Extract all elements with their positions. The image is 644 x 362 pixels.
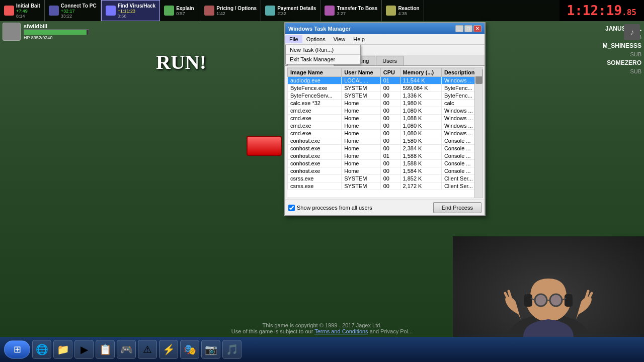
taskbar-files-button[interactable]: 📋 bbox=[96, 340, 115, 359]
table-row[interactable]: csrss.exe SYSTEM 00 1,852 K Client Ser..… bbox=[288, 175, 482, 183]
cell-memory: 2,384 K bbox=[400, 145, 441, 152]
minimize-button[interactable]: _ bbox=[455, 25, 463, 32]
process-table: Image Name User Name CPU Memory (...) De… bbox=[287, 68, 482, 190]
camera-icon: 📷 bbox=[205, 343, 217, 355]
windows-logo-icon: ⊞ bbox=[14, 344, 21, 355]
cell-cpu: 00 bbox=[380, 100, 400, 107]
cell-user-name: SYSTEM bbox=[342, 183, 381, 190]
process-table-scrollbar[interactable] bbox=[474, 68, 482, 198]
tab-icon-reaction bbox=[386, 6, 396, 16]
task-manager-window: Windows Task Manager _ □ ✕ File Options … bbox=[284, 22, 486, 216]
col-cpu[interactable]: CPU bbox=[380, 68, 400, 77]
taskbar-ie-button[interactable]: 🌐 bbox=[32, 340, 51, 359]
tab-users[interactable]: Users bbox=[376, 56, 404, 65]
files-icon: 📋 bbox=[99, 343, 112, 355]
table-row[interactable]: conhost.exe Home 01 1,588 K Console ... bbox=[288, 152, 482, 160]
stream-tab-pricing[interactable]: Pricing / Options 1:42 bbox=[200, 0, 261, 21]
table-row[interactable]: conhost.exe Home 00 1,588 K Console ... bbox=[288, 160, 482, 167]
tab-icon-payment bbox=[265, 6, 275, 16]
table-row[interactable]: ByteFence.exe SYSTEM 00 599,084 K ByteFe… bbox=[288, 84, 482, 92]
cell-image-name: cmd.exe bbox=[288, 122, 342, 130]
table-row[interactable]: audiodg.exe LOCAL ... 01 11,544 K Window… bbox=[288, 77, 482, 84]
taskbar-music-button[interactable]: 🎵 bbox=[222, 340, 242, 359]
menu-view[interactable]: View bbox=[330, 35, 350, 43]
cell-cpu: 00 bbox=[380, 160, 400, 167]
col-memory[interactable]: Memory (...) bbox=[400, 68, 441, 77]
table-row[interactable]: csrss.exe SYSTEM 00 2,172 K Client Ser..… bbox=[288, 183, 482, 190]
menu-help[interactable]: Help bbox=[349, 35, 369, 43]
taskbar-power-button[interactable]: ⚡ bbox=[159, 340, 178, 359]
table-row[interactable]: cmd.exe Home 00 1,080 K Windows ... bbox=[288, 130, 482, 137]
table-row[interactable]: calc.exe *32 Home 00 1,980 K calc bbox=[288, 100, 482, 107]
stream-tab-transfer[interactable]: Transfer To Boss 3:27 bbox=[320, 0, 382, 21]
cell-image-name: conhost.exe bbox=[288, 152, 342, 160]
cell-user-name: Home bbox=[342, 160, 381, 167]
taskbar-explorer-button[interactable]: 📁 bbox=[53, 340, 72, 359]
cell-user-name: Home bbox=[342, 130, 381, 137]
show-all-processes-checkbox[interactable] bbox=[288, 205, 295, 211]
cell-cpu: 00 bbox=[380, 107, 400, 115]
hp-bar-fill bbox=[24, 30, 87, 35]
stream-tab-explain[interactable]: Explain 0:57 bbox=[160, 0, 200, 21]
process-table-area[interactable]: Image Name User Name CPU Memory (...) De… bbox=[287, 67, 483, 198]
cell-memory: 1,080 K bbox=[400, 122, 441, 130]
svg-line-12 bbox=[586, 291, 588, 298]
stream-tab-find-virus[interactable]: Find Virus/Hack +1:11:23 0:56 bbox=[101, 0, 160, 21]
maximize-button[interactable]: □ bbox=[464, 25, 472, 32]
cell-cpu: 01 bbox=[380, 152, 400, 160]
close-button[interactable]: ✕ bbox=[473, 25, 481, 32]
cell-cpu: 00 bbox=[380, 122, 400, 130]
cell-user-name: Home bbox=[342, 122, 381, 130]
cell-memory: 1,588 K bbox=[400, 160, 441, 167]
taskbar-camera-button[interactable]: 📷 bbox=[201, 340, 220, 359]
end-process-button[interactable]: End Process bbox=[433, 202, 481, 213]
cell-user-name: Home bbox=[342, 152, 381, 160]
cell-cpu: 00 bbox=[380, 115, 400, 122]
terms-link[interactable]: Terms and Conditions bbox=[314, 328, 368, 334]
col-image-name[interactable]: Image Name bbox=[288, 68, 342, 77]
col-description[interactable]: Description bbox=[441, 68, 482, 77]
table-row[interactable]: cmd.exe Home 00 1,080 K Windows ... bbox=[288, 107, 482, 115]
stream-tab-reaction[interactable]: Reaction 4:35 bbox=[382, 0, 424, 21]
table-row[interactable]: conhost.exe Home 00 1,584 K Console ... bbox=[288, 167, 482, 175]
taskbar-app1-button[interactable]: 🎭 bbox=[180, 340, 199, 359]
viewer-2-sub: SUB bbox=[536, 68, 641, 74]
cell-cpu: 00 bbox=[380, 175, 400, 183]
cell-user-name: Home bbox=[342, 100, 381, 107]
cell-cpu: 00 bbox=[380, 167, 400, 175]
cell-image-name: csrss.exe bbox=[288, 183, 342, 190]
viewer-1-name: M_SHINESSS bbox=[536, 42, 641, 49]
col-user-name[interactable]: User Name bbox=[342, 68, 381, 77]
exit-task-manager-item[interactable]: Exit Task Manager bbox=[286, 54, 360, 64]
viewer-2-name: SOMEZERO bbox=[536, 59, 641, 66]
stream-tab-payment[interactable]: Payment Details 2:32 bbox=[261, 0, 320, 21]
new-task-menu-item[interactable]: New Task (Run...) bbox=[286, 45, 360, 54]
stream-bar: Initial Bait +7:49 8:14 Connect To PC +3… bbox=[0, 0, 644, 21]
table-row[interactable]: conhost.exe Home 00 2,384 K Console ... bbox=[288, 145, 482, 152]
cell-memory: 2,172 K bbox=[400, 183, 441, 190]
table-row[interactable]: cmd.exe Home 00 1,088 K Windows ... bbox=[288, 115, 482, 122]
stream-tab-connect-to-pc[interactable]: Connect To PC +32:17 33:22 bbox=[45, 0, 101, 21]
cell-image-name: audiodg.exe bbox=[288, 77, 342, 84]
cell-memory: 11,544 K bbox=[400, 77, 441, 84]
cell-memory: 1,336 K bbox=[400, 92, 441, 100]
taskbar-media-button[interactable]: ▶ bbox=[74, 340, 94, 359]
table-row[interactable]: conhost.exe Home 00 1,580 K Console ... bbox=[288, 137, 482, 145]
notification-icon[interactable]: ♪ bbox=[624, 24, 640, 40]
svg-rect-3 bbox=[565, 294, 573, 307]
cell-image-name: calc.exe *32 bbox=[288, 100, 342, 107]
menu-options[interactable]: Options bbox=[302, 35, 330, 43]
taskbar-game-button[interactable]: 🎮 bbox=[117, 340, 136, 359]
menu-file[interactable]: File bbox=[285, 35, 302, 43]
table-row[interactable]: cmd.exe Home 00 1,080 K Windows ... bbox=[288, 122, 482, 130]
table-row[interactable]: ByteFenceServ... SYSTEM 00 1,336 K ByteF… bbox=[288, 92, 482, 100]
cell-image-name: ByteFence.exe bbox=[288, 84, 342, 92]
cell-cpu: 00 bbox=[380, 145, 400, 152]
cell-user-name: SYSTEM bbox=[342, 92, 381, 100]
cell-memory: 1,852 K bbox=[400, 175, 441, 183]
cell-cpu: 01 bbox=[380, 77, 400, 84]
stream-tab-initial-bait[interactable]: Initial Bait +7:49 8:14 bbox=[0, 0, 45, 21]
cell-cpu: 00 bbox=[380, 92, 400, 100]
start-button[interactable]: ⊞ bbox=[4, 340, 30, 358]
taskbar-warning-button[interactable]: ⚠ bbox=[138, 340, 157, 359]
